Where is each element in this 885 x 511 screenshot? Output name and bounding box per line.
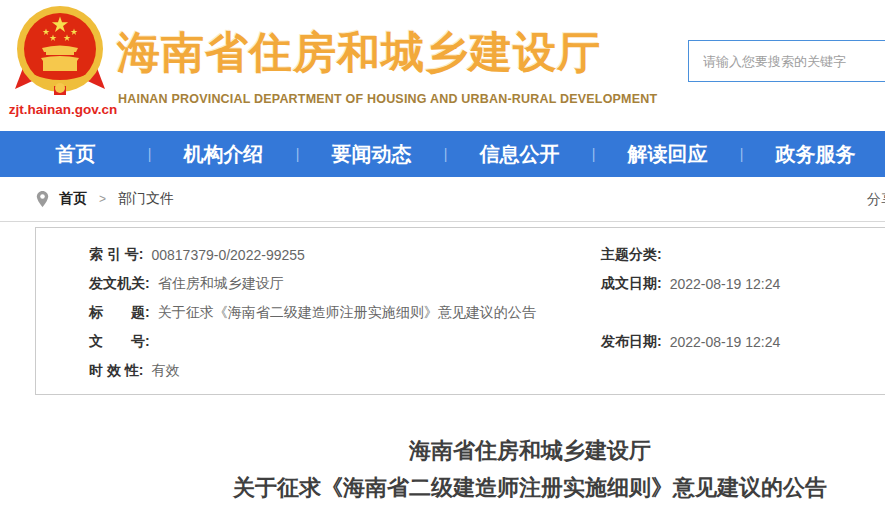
nav-separator: |	[589, 146, 598, 162]
meta-row-title: 标 题: 关于征求《海南省二级建造师注册实施细则》意见建议的公告	[89, 298, 536, 327]
nav-item-gov-services[interactable]: 政务服务	[746, 141, 885, 168]
nav-separator: |	[145, 146, 154, 162]
meta-label: 文 号:	[89, 333, 150, 351]
meta-column-left: 索 引 号: 00817379-0/2022-99255 发文机关: 省住房和城…	[89, 240, 536, 385]
nav-separator: |	[737, 146, 746, 162]
nav-separator: |	[441, 146, 450, 162]
breadcrumb-home-link[interactable]: 首页	[59, 190, 87, 208]
nav-item-info-disclosure[interactable]: 信息公开	[450, 141, 589, 168]
meta-row-issuing-agency: 发文机关: 省住房和城乡建设厅	[89, 269, 536, 298]
meta-row-index-number: 索 引 号: 00817379-0/2022-99255	[89, 240, 536, 269]
article-header: 海南省住房和城乡建设厅 关于征求《海南省二级建造师注册实施细则》意见建议的公告	[35, 432, 885, 506]
breadcrumb-current-link[interactable]: 部门文件	[118, 190, 174, 208]
article-title-line2: 关于征求《海南省二级建造师注册实施细则》意见建议的公告	[35, 469, 885, 506]
meta-label: 主题分类:	[601, 246, 662, 264]
site-subtitle-english: HAINAN PROVINCIAL DEPARTMENT OF HOUSING …	[118, 92, 657, 106]
meta-row-written-date: 成文日期: 2022-08-19 12:24	[601, 269, 780, 298]
article-title-line1: 海南省住房和城乡建设厅	[35, 432, 885, 469]
meta-label: 时 效 性:	[89, 362, 143, 380]
document-meta-box: 索 引 号: 00817379-0/2022-99255 发文机关: 省住房和城…	[35, 227, 885, 395]
meta-column-right: 主题分类: 成文日期: 2022-08-19 12:24 发布日期: 2022-…	[601, 240, 780, 356]
main-nav: 首页 | 机构介绍 | 要闻动态 | 信息公开 | 解读回应 | 政务服务	[0, 131, 885, 177]
meta-label: 成文日期:	[601, 275, 662, 293]
meta-value: 2022-08-19 12:24	[670, 276, 781, 292]
meta-row-publish-date: 发布日期: 2022-08-19 12:24	[601, 327, 780, 356]
share-button[interactable]: 分享	[867, 191, 885, 209]
meta-value: 2022-08-19 12:24	[670, 334, 781, 350]
nav-separator: |	[293, 146, 302, 162]
site-title: 海南省住房和城乡建设厅	[117, 24, 601, 82]
nav-item-about[interactable]: 机构介绍	[154, 141, 293, 168]
meta-row-spacer	[601, 298, 780, 327]
meta-row-topic-category: 主题分类:	[601, 240, 780, 269]
nav-item-news[interactable]: 要闻动态	[302, 141, 441, 168]
meta-row-validity: 时 效 性: 有效	[89, 356, 536, 385]
national-emblem-icon	[12, 4, 108, 102]
breadcrumb: 首页 > 部门文件 分享	[0, 177, 885, 222]
breadcrumb-separator: >	[99, 192, 106, 206]
meta-label: 标 题:	[89, 304, 150, 322]
site-url: zjt.hainan.gov.cn	[8, 102, 118, 117]
site-header: zjt.hainan.gov.cn 海南省住房和城乡建设厅 HAINAN PRO…	[0, 0, 885, 131]
meta-row-doc-number: 文 号:	[89, 327, 536, 356]
meta-label: 发文机关:	[89, 275, 150, 293]
meta-label: 索 引 号:	[89, 246, 143, 264]
search-input[interactable]	[688, 40, 885, 82]
meta-value: 省住房和城乡建设厅	[158, 275, 284, 293]
location-pin-icon	[36, 190, 49, 208]
meta-label: 发布日期:	[601, 333, 662, 351]
nav-item-interpretation[interactable]: 解读回应	[598, 141, 737, 168]
meta-value: 关于征求《海南省二级建造师注册实施细则》意见建议的公告	[158, 304, 536, 322]
meta-value: 有效	[151, 362, 179, 380]
meta-value: 00817379-0/2022-99255	[151, 247, 304, 263]
nav-item-home[interactable]: 首页	[6, 141, 145, 168]
